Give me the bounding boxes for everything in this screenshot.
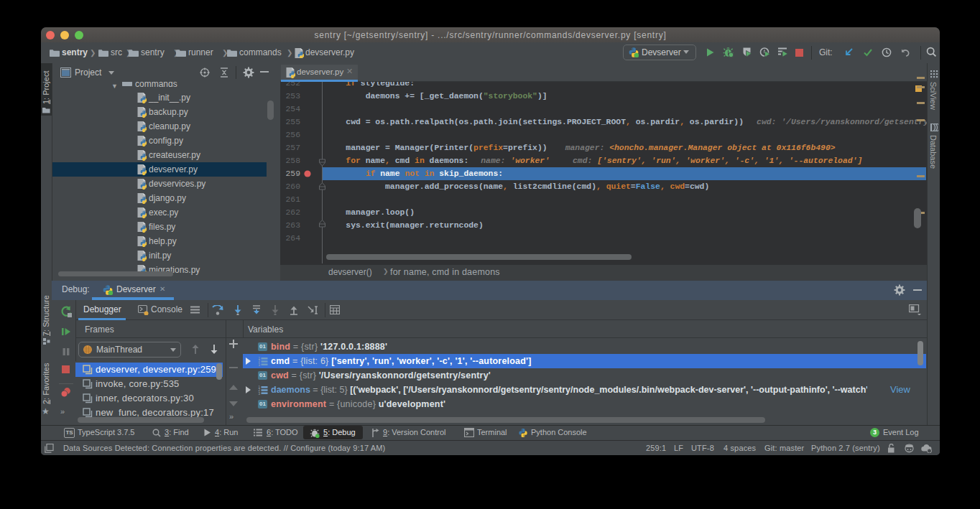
svg-text:3: 3 — [259, 363, 261, 366]
svg-text:3: 3 — [259, 392, 261, 395]
